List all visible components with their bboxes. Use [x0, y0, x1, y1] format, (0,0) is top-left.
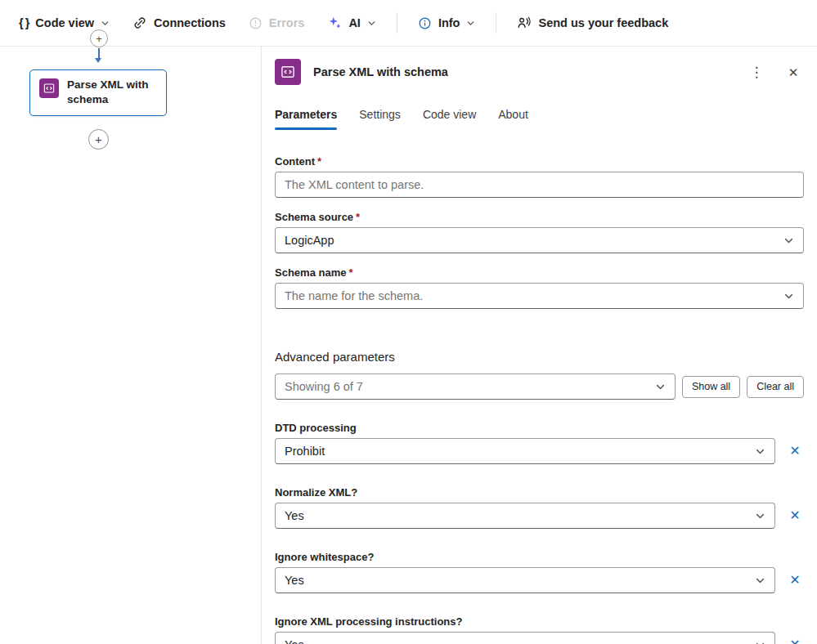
- ignore-processing-instructions-field: Ignore XML processing instructions? Yes …: [275, 615, 804, 644]
- connections-label: Connections: [154, 16, 226, 29]
- close-panel-button[interactable]: ✕: [781, 60, 806, 84]
- clear-all-button[interactable]: Clear all: [747, 376, 804, 398]
- designer-toolbar: { } Code view Connections Errors AI: [0, 0, 817, 47]
- dtd-processing-value: Prohibit: [285, 445, 325, 458]
- required-marker: *: [356, 211, 360, 223]
- advanced-parameters-heading: Advanced parameters: [275, 350, 804, 364]
- code-view-label: Code view: [35, 16, 94, 29]
- ignore-whitespace-value: Yes: [285, 574, 304, 587]
- remove-parameter-icon[interactable]: ✕: [786, 509, 804, 522]
- panel-tabs: Parameters Settings Code view About: [262, 101, 817, 130]
- remove-parameter-icon[interactable]: ✕: [786, 638, 804, 644]
- more-options-button[interactable]: ⋮: [744, 60, 769, 84]
- ignore-whitespace-dropdown[interactable]: Yes: [275, 567, 775, 593]
- normalize-xml-label: Normalize XML?: [275, 486, 804, 499]
- ai-button[interactable]: AI: [318, 10, 385, 36]
- panel-header: Parse XML with schema ⋮ ✕: [262, 47, 817, 85]
- feedback-button[interactable]: Send us your feedback: [508, 10, 677, 36]
- xml-action-icon: [39, 78, 59, 98]
- chevron-down-icon: [755, 575, 765, 586]
- panel-title: Parse XML with schema: [313, 65, 732, 78]
- chevron-down-icon: [655, 382, 666, 392]
- ignore-whitespace-field: Ignore whitespace? Yes ✕: [275, 551, 804, 593]
- code-braces-icon: { }: [19, 16, 29, 29]
- normalize-xml-value: Yes: [285, 509, 304, 522]
- chevron-down-icon: [783, 235, 794, 246]
- normalize-xml-dropdown[interactable]: Yes: [275, 503, 775, 529]
- chevron-down-icon: [367, 19, 376, 28]
- ignore-processing-instructions-value: Yes: [285, 638, 304, 644]
- content-label: Content*: [275, 155, 804, 168]
- errors-label: Errors: [269, 16, 305, 29]
- toolbar-divider: [397, 12, 397, 34]
- ai-sparkle-icon: [327, 16, 342, 30]
- chevron-down-icon: [466, 19, 475, 28]
- info-button[interactable]: Info: [409, 11, 485, 36]
- chevron-down-icon: [755, 511, 765, 521]
- schema-source-dropdown[interactable]: LogicApp: [275, 227, 804, 253]
- feedback-icon: [517, 16, 532, 30]
- parameters-form: Content* Schema source* LogicApp Schema …: [262, 155, 817, 644]
- remove-parameter-icon[interactable]: ✕: [786, 574, 804, 587]
- advanced-summary: Showing 6 of 7: [285, 380, 363, 393]
- required-marker: *: [317, 155, 321, 168]
- schema-name-field: Schema name* The name for the schema.: [275, 266, 804, 309]
- xml-action-icon: [275, 59, 301, 85]
- required-marker: *: [348, 266, 352, 279]
- content-field: Content*: [275, 155, 804, 198]
- more-vertical-icon: ⋮: [750, 65, 764, 79]
- node-parse-xml-with-schema[interactable]: Parse XML with schema: [29, 69, 167, 116]
- ignore-whitespace-label: Ignore whitespace?: [275, 551, 804, 563]
- schema-name-dropdown[interactable]: The name for the schema.: [275, 283, 804, 309]
- tab-about[interactable]: About: [498, 101, 528, 130]
- schema-source-label: Schema source*: [275, 211, 804, 223]
- advanced-parameters-dropdown[interactable]: Showing 6 of 7: [275, 373, 676, 400]
- toolbar-divider: [496, 12, 496, 34]
- schema-name-placeholder: The name for the schema.: [285, 289, 423, 302]
- add-action-button[interactable]: +: [88, 129, 109, 150]
- advanced-parameters-controls: Showing 6 of 7 Show all Clear all: [275, 373, 804, 400]
- dtd-processing-dropdown[interactable]: Prohibit: [275, 438, 775, 464]
- tab-parameters[interactable]: Parameters: [275, 101, 337, 130]
- schema-source-value: LogicApp: [285, 234, 334, 247]
- close-icon: ✕: [788, 66, 799, 78]
- content-input[interactable]: [275, 172, 804, 198]
- show-all-button[interactable]: Show all: [682, 376, 740, 398]
- normalize-xml-field: Normalize XML? Yes ✕: [275, 486, 804, 529]
- schema-name-label: Schema name*: [275, 266, 804, 279]
- chevron-down-icon: [755, 640, 765, 644]
- ignore-processing-instructions-dropdown[interactable]: Yes: [275, 632, 775, 644]
- connections-button[interactable]: Connections: [123, 10, 235, 36]
- error-circle-icon: [249, 16, 263, 30]
- dtd-processing-field: DTD processing Prohibit ✕: [275, 422, 804, 464]
- ai-label: AI: [348, 16, 361, 29]
- feedback-label: Send us your feedback: [538, 16, 668, 29]
- tab-code-view[interactable]: Code view: [423, 101, 476, 130]
- errors-button[interactable]: Errors: [240, 11, 314, 36]
- schema-source-field: Schema source* LogicApp: [275, 211, 804, 253]
- dtd-processing-label: DTD processing: [275, 422, 804, 434]
- chevron-down-icon: [783, 291, 794, 302]
- edge-arrowhead-icon: [95, 58, 101, 63]
- chevron-down-icon: [101, 19, 110, 28]
- tab-settings[interactable]: Settings: [359, 101, 401, 130]
- insert-step-button[interactable]: +: [90, 29, 108, 47]
- action-details-panel: Parse XML with schema ⋮ ✕ Parameters Set…: [262, 47, 817, 644]
- plus-icon: +: [96, 34, 102, 44]
- ignore-processing-instructions-label: Ignore XML processing instructions?: [275, 615, 804, 628]
- workflow-canvas[interactable]: [0, 47, 262, 644]
- node-title: Parse XML with schema: [67, 78, 157, 108]
- remove-parameter-icon[interactable]: ✕: [786, 445, 804, 458]
- info-icon: [418, 16, 432, 30]
- info-label: Info: [438, 16, 460, 29]
- chevron-down-icon: [755, 446, 765, 457]
- plus-icon: +: [95, 133, 102, 145]
- link-icon: [132, 16, 147, 30]
